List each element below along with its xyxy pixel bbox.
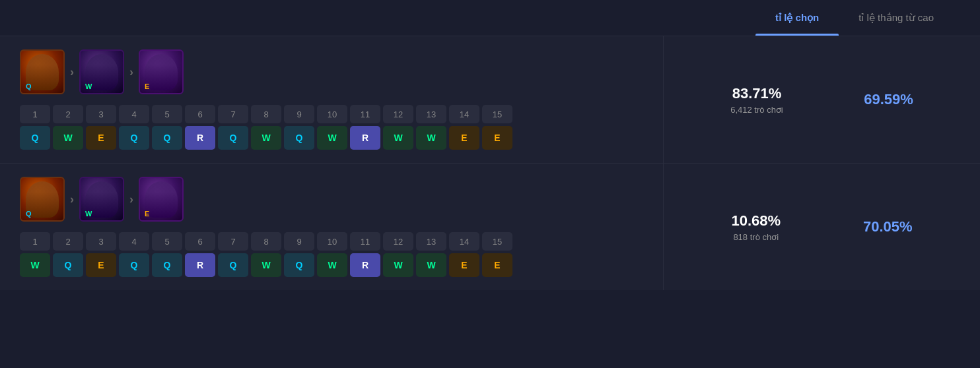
skill-w: W — [20, 253, 50, 277]
arrow-icon: › — [129, 193, 133, 206]
skills-row: WQEQQRQWQWRWWEE — [20, 253, 643, 277]
main-content: Q›W›E123456789101112131415QWEQQRQWQWRWWE… — [0, 36, 980, 290]
numbers-row: 123456789101112131415 — [20, 232, 643, 251]
numbers-row: 123456789101112131415 — [20, 105, 643, 123]
level-number: 14 — [449, 105, 479, 123]
skill-row-1: Q›W›E123456789101112131415QWEQQRQWQWRWWE… — [0, 36, 980, 164]
skill-r: R — [350, 126, 380, 150]
level-number: 12 — [383, 232, 413, 251]
skill-w: W — [317, 126, 347, 150]
skill-r: R — [185, 253, 215, 277]
level-number: 3 — [86, 232, 116, 251]
skill-q: Q — [218, 253, 248, 277]
skill-e: E — [86, 126, 116, 150]
champion-label: E — [142, 82, 152, 91]
level-number: 11 — [350, 232, 380, 251]
skill-e: E — [482, 126, 512, 150]
pick-rate: 83.71%6,412 trò chơi — [730, 85, 783, 115]
tab-ti-le-thang[interactable]: tỉ lệ thắng từ cao — [839, 0, 954, 36]
stats-section: 10.68%818 trò chơi70.05% — [663, 164, 980, 290]
level-number: 15 — [482, 105, 512, 123]
skill-e: E — [449, 253, 479, 277]
pick-rate: 10.68%818 trò chơi — [731, 212, 781, 242]
skill-row-2: Q›W›E123456789101112131415WQEQQRQWQWRWWE… — [0, 164, 980, 290]
skill-w: W — [383, 253, 413, 277]
champion-label: W — [83, 209, 94, 218]
arrow-icon: › — [70, 65, 74, 79]
arrow-icon: › — [70, 193, 74, 206]
skill-q: Q — [218, 126, 248, 150]
skill-e: E — [86, 253, 116, 277]
champion-icons: Q›W›E — [20, 177, 643, 222]
champion-label: W — [83, 82, 94, 91]
level-number: 12 — [383, 105, 413, 123]
level-number: 1 — [20, 232, 50, 251]
level-number: 14 — [449, 232, 479, 251]
level-number: 2 — [53, 232, 83, 251]
tab-ti-le-chon[interactable]: tỉ lệ chọn — [755, 0, 839, 36]
champion-icons: Q›W›E — [20, 49, 643, 94]
skill-grid: 123456789101112131415WQEQQRQWQWRWWEE — [20, 232, 643, 277]
level-number: 4 — [119, 105, 149, 123]
skill-e: E — [449, 126, 479, 150]
skill-w: W — [251, 126, 281, 150]
level-number: 10 — [317, 232, 347, 251]
skill-q: Q — [284, 126, 314, 150]
pick-rate-value: 83.71% — [730, 85, 783, 102]
skill-section-2: Q›W›E123456789101112131415WQEQQRQWQWRWWE… — [0, 164, 663, 290]
skill-q: Q — [284, 253, 314, 277]
skill-q: Q — [20, 126, 50, 150]
win-rate-value: 70.05% — [863, 218, 913, 235]
skill-q: Q — [119, 126, 149, 150]
skills-row: QWEQQRQWQWRWWEE — [20, 126, 643, 150]
champion-label: E — [142, 209, 152, 218]
champion-icon-1: Q — [20, 49, 65, 94]
level-number: 7 — [218, 232, 248, 251]
level-number: 6 — [185, 232, 215, 251]
level-number: 15 — [482, 232, 512, 251]
skill-w: W — [317, 253, 347, 277]
level-number: 3 — [86, 105, 116, 123]
pick-rate-value: 10.68% — [731, 212, 781, 230]
level-number: 13 — [416, 105, 446, 123]
level-number: 9 — [284, 232, 314, 251]
skill-q: Q — [53, 253, 83, 277]
skill-r: R — [185, 126, 215, 150]
arrow-icon: › — [129, 65, 133, 79]
champion-icon-1: Q — [20, 177, 65, 222]
level-number: 8 — [251, 232, 281, 251]
level-number: 13 — [416, 232, 446, 251]
skill-q: Q — [152, 253, 182, 277]
skill-section-1: Q›W›E123456789101112131415QWEQQRQWQWRWWE… — [0, 36, 663, 163]
skill-w: W — [53, 126, 83, 150]
skill-q: Q — [152, 126, 182, 150]
games-count: 6,412 trò chơi — [730, 105, 783, 115]
level-number: 8 — [251, 105, 281, 123]
level-number: 4 — [119, 232, 149, 251]
champion-label: Q — [23, 209, 34, 218]
skill-w: W — [383, 126, 413, 150]
level-number: 9 — [284, 105, 314, 123]
header-tabs: tỉ lệ chọn tỉ lệ thắng từ cao — [0, 0, 980, 36]
level-number: 11 — [350, 105, 380, 123]
skill-grid: 123456789101112131415QWEQQRQWQWRWWEE — [20, 105, 643, 150]
skill-r: R — [350, 253, 380, 277]
champion-label: Q — [23, 82, 34, 91]
skill-w: W — [251, 253, 281, 277]
level-number: 1 — [20, 105, 50, 123]
champion-icon-3: E — [139, 49, 184, 94]
level-number: 5 — [152, 105, 182, 123]
level-number: 7 — [218, 105, 248, 123]
skill-q: Q — [119, 253, 149, 277]
stats-section: 83.71%6,412 trò chơi69.59% — [663, 36, 980, 163]
skill-w: W — [416, 253, 446, 277]
champion-icon-2: W — [79, 177, 124, 222]
champion-icon-3: E — [139, 177, 184, 222]
level-number: 10 — [317, 105, 347, 123]
skill-w: W — [416, 126, 446, 150]
level-number: 2 — [53, 105, 83, 123]
level-number: 5 — [152, 232, 182, 251]
games-count: 818 trò chơi — [731, 232, 781, 242]
skill-e: E — [482, 253, 512, 277]
level-number: 6 — [185, 105, 215, 123]
